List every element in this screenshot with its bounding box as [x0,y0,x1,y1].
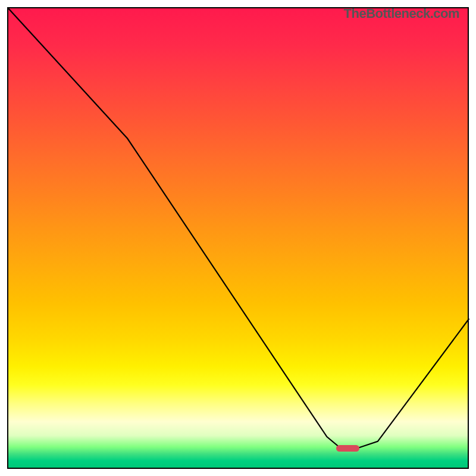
optimum-marker [336,445,359,451]
plot-area: TheBottleneck.com [7,7,469,469]
bottleneck-curve [8,8,470,470]
chart-container: TheBottleneck.com [0,0,476,476]
